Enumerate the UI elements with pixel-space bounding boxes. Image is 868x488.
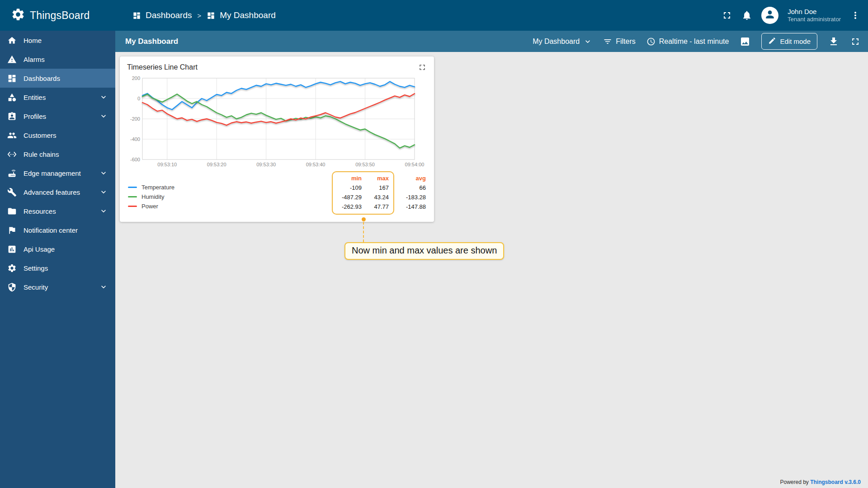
rule-chains-icon	[7, 150, 17, 159]
legend-value-min: -262.93	[337, 202, 362, 211]
legend-header-avg: avg	[400, 174, 426, 183]
breadcrumb-label: Dashboards	[146, 10, 192, 20]
powered-by: Powered by Thingsboard v.3.6.0	[780, 479, 861, 485]
filters-label: Filters	[616, 38, 636, 46]
dashboard-content: Timeseries Line Chart 2000-200-400-60009…	[115, 52, 868, 488]
advanced-icon	[7, 188, 17, 197]
sidebar-item-edge-management[interactable]: Edge management	[0, 164, 115, 183]
breadcrumb-dashboards[interactable]: Dashboards	[132, 10, 192, 20]
svg-text:200: 200	[132, 75, 140, 81]
powered-by-text: Powered by	[780, 479, 808, 485]
timeseries-chart[interactable]: 2000-200-400-60009:53:1009:53:2009:53:30…	[127, 75, 427, 169]
dashboard-title: My Dashboard	[125, 37, 178, 46]
legend-value-avg: -147.88	[400, 202, 426, 211]
more-menu-icon[interactable]	[850, 10, 861, 21]
avatar[interactable]	[761, 7, 778, 24]
annotation-dot	[362, 217, 366, 221]
topbar-actions: John Doe Tenant administrator	[722, 7, 868, 24]
fullscreen-icon[interactable]	[850, 36, 861, 47]
svg-text:09:53:40: 09:53:40	[306, 162, 326, 167]
sidebar-item-dashboards[interactable]: Dashboards	[0, 69, 115, 88]
sidebar-item-resources[interactable]: Resources	[0, 202, 115, 221]
chevron-down-icon[interactable]	[99, 188, 108, 197]
clock-icon	[646, 37, 656, 46]
logo-text: ThingsBoard	[30, 9, 90, 22]
profiles-icon	[7, 112, 17, 121]
sidebar-item-alarms[interactable]: Alarms	[0, 50, 115, 69]
sidebar-item-label: Home	[24, 37, 42, 44]
notification-icon	[7, 225, 17, 235]
sidebar-item-label: Advanced features	[24, 188, 80, 196]
sidebar-item-entities[interactable]: Entities	[0, 88, 115, 107]
thingsboard-version-link[interactable]: Thingsboard v.3.6.0	[810, 479, 861, 485]
legend-value-max: 43.24	[366, 192, 389, 202]
top-app-bar: ThingsBoard Dashboards > My Dashboard Jo…	[0, 0, 868, 31]
legend-color-dash	[128, 206, 137, 207]
chevron-down-icon[interactable]	[99, 169, 108, 178]
download-icon[interactable]	[828, 36, 839, 47]
annotation-connector-line	[363, 222, 364, 242]
legend-item-power[interactable]: Power	[128, 202, 175, 211]
legend-color-dash	[128, 196, 137, 197]
chart-legend: TemperatureHumidityPower min-109-487.29-…	[127, 171, 427, 215]
sidebar-item-label: Customers	[24, 131, 57, 139]
widget-fullscreen-icon[interactable]	[418, 63, 427, 72]
dashboard-toolbar: My Dashboard My Dashboard Filters Realti…	[115, 31, 868, 52]
breadcrumb: Dashboards > My Dashboard	[132, 10, 276, 20]
home-icon	[7, 36, 17, 45]
svg-text:-400: -400	[130, 136, 140, 142]
sidebar-item-advanced-features[interactable]: Advanced features	[0, 183, 115, 202]
chevron-down-icon[interactable]	[99, 282, 108, 291]
edit-mode-button[interactable]: Edit mode	[761, 33, 817, 50]
chevron-down-icon[interactable]	[99, 112, 108, 121]
sidebar-item-label: Rule chains	[24, 150, 59, 158]
sidebar-item-label: Dashboards	[24, 75, 60, 82]
sidebar-item-label: Profiles	[24, 113, 46, 120]
filter-icon	[603, 37, 612, 46]
edit-mode-label: Edit mode	[780, 38, 811, 45]
thingsboard-logo[interactable]: ThingsBoard	[0, 7, 115, 23]
legend-value-avg: 66	[400, 183, 426, 192]
legend-label: Temperature	[142, 184, 175, 191]
sidebar-item-profiles[interactable]: Profiles	[0, 107, 115, 126]
widget-title: Timeseries Line Chart	[127, 63, 198, 71]
sidebar-item-customers[interactable]: Customers	[0, 126, 115, 145]
chevron-down-icon[interactable]	[99, 93, 108, 102]
pencil-icon	[768, 37, 776, 46]
api-usage-icon	[7, 244, 17, 254]
sidebar-item-rule-chains[interactable]: Rule chains	[0, 145, 115, 164]
dashboards-icon	[132, 11, 141, 20]
filters-button[interactable]: Filters	[603, 37, 636, 46]
resources-icon	[7, 206, 17, 216]
annotation-callout: Now min and max values are shown	[344, 242, 504, 260]
entities-icon	[7, 93, 17, 102]
chevron-down-icon[interactable]	[99, 206, 108, 216]
dashboard-select[interactable]: My Dashboard	[533, 37, 592, 46]
legend-stats: min-109-487.29-262.93max16743.2447.77 av…	[332, 171, 427, 215]
timewindow-button[interactable]: Realtime - last minute	[646, 37, 729, 46]
sidebar-item-notification-center[interactable]: Notification center	[0, 221, 115, 239]
sidebar-item-api-usage[interactable]: Api Usage	[0, 239, 115, 258]
minmax-highlight-box: min-109-487.29-262.93max16743.2447.77	[332, 171, 394, 215]
settings-icon	[7, 263, 17, 273]
breadcrumb-separator: >	[197, 12, 201, 19]
svg-text:-600: -600	[130, 157, 140, 162]
sidebar-item-home[interactable]: Home	[0, 31, 115, 50]
sidebar-item-security[interactable]: Security	[0, 277, 115, 296]
user-info[interactable]: John Doe Tenant administrator	[788, 8, 841, 23]
dashboard-image-icon[interactable]	[740, 36, 750, 47]
user-role: Tenant administrator	[788, 16, 841, 23]
sidebar-item-settings[interactable]: Settings	[0, 258, 115, 277]
security-icon	[7, 282, 17, 292]
fullscreen-icon[interactable]	[722, 10, 732, 21]
legend-item-humidity[interactable]: Humidity	[128, 192, 175, 202]
svg-text:0: 0	[137, 96, 140, 101]
notifications-bell-icon[interactable]	[741, 10, 752, 21]
dashboards-icon	[207, 11, 215, 20]
breadcrumb-my-dashboard[interactable]: My Dashboard	[207, 10, 276, 20]
dashboard-select-label: My Dashboard	[533, 38, 580, 46]
legend-value-min: -109	[337, 183, 362, 192]
timeseries-widget-card: Timeseries Line Chart 2000-200-400-60009…	[120, 56, 434, 222]
legend-item-temperature[interactable]: Temperature	[128, 183, 175, 192]
user-name: John Doe	[788, 8, 841, 16]
